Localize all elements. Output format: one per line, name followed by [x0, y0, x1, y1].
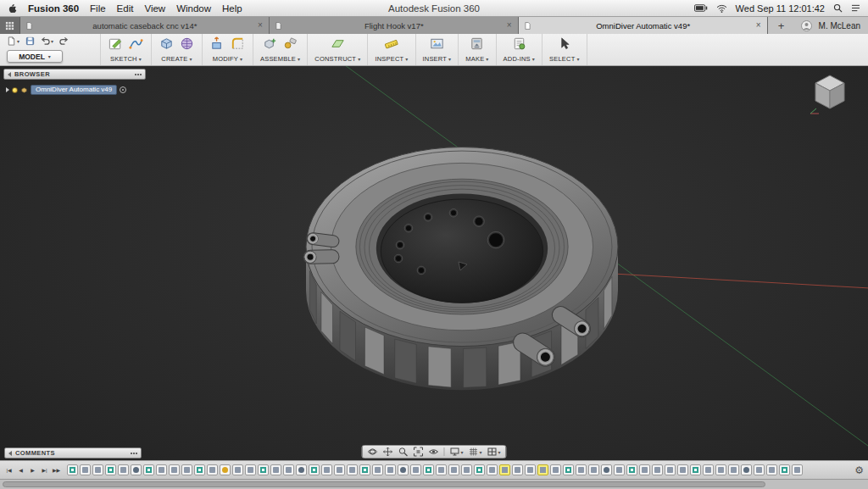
timeline-marker-feature[interactable] — [245, 464, 256, 475]
new-tab-button[interactable]: + — [776, 19, 787, 32]
timeline-marker-feature[interactable] — [588, 464, 599, 475]
browser-root-item[interactable]: OmniDiver Automatic v49 — [3, 82, 146, 97]
fit-icon[interactable] — [413, 447, 423, 457]
timeline-marker-sketch[interactable] — [474, 464, 485, 475]
scrollbar-thumb[interactable] — [3, 481, 765, 487]
timeline-marker-feature[interactable] — [461, 464, 472, 475]
measure-icon[interactable] — [383, 36, 399, 55]
timeline-marker-hole[interactable] — [601, 464, 612, 475]
close-tab-icon[interactable]: × — [258, 21, 263, 30]
timeline-marker-feature[interactable] — [156, 464, 167, 475]
visibility-bulb-icon[interactable] — [12, 87, 18, 93]
timeline-marker-feature[interactable] — [347, 464, 358, 475]
timeline-marker-feature[interactable] — [487, 464, 498, 475]
spline-icon[interactable] — [128, 36, 144, 55]
document-tab-1[interactable]: automatic caseback cnc v14* × — [20, 17, 270, 34]
pan-icon[interactable] — [382, 447, 392, 457]
timeline-marker-feature[interactable] — [665, 464, 676, 475]
timeline-marker-sketch[interactable] — [423, 464, 434, 475]
timeline-marker-feature[interactable] — [92, 464, 103, 475]
timeline-marker-sketch[interactable] — [690, 464, 701, 475]
timeline-go-to-end-button[interactable]: ▶▶ — [52, 464, 61, 475]
timeline-marker-feature[interactable] — [754, 464, 765, 475]
menubar-clock[interactable]: Wed Sep 11 12:01:42 — [736, 3, 825, 14]
timeline-marker-feature[interactable] — [385, 464, 396, 475]
new-component-icon[interactable] — [262, 36, 278, 55]
timeline-step-back-button[interactable]: ◀ — [16, 464, 25, 475]
timeline-marker-feature[interactable] — [321, 464, 332, 475]
timeline-marker-hole[interactable] — [741, 464, 752, 475]
make-3d-print-icon[interactable] — [469, 36, 485, 55]
zoom-icon[interactable] — [398, 447, 408, 457]
apple-menu-icon[interactable] — [8, 3, 17, 14]
gear-icon[interactable]: ⚙ — [854, 465, 864, 475]
timeline-marker-feature[interactable] — [169, 464, 180, 475]
user-avatar[interactable] — [801, 20, 812, 31]
collapse-panel-icon[interactable] — [8, 451, 12, 456]
timeline-marker-feature[interactable] — [512, 464, 523, 475]
menu-item-view[interactable]: View — [144, 3, 165, 14]
menu-item-app-name[interactable]: Fusion 360 — [28, 3, 79, 14]
timeline-marker-sketch[interactable] — [194, 464, 205, 475]
timeline-marker-feature-highlighted[interactable] — [537, 464, 548, 475]
press-pull-icon[interactable] — [209, 36, 225, 55]
ground-icon[interactable] — [120, 86, 126, 93]
timeline-marker-feature[interactable] — [614, 464, 625, 475]
comments-header[interactable]: COMMENTS — [4, 447, 142, 458]
timeline-go-to-start-button[interactable]: |◀ — [4, 464, 14, 475]
timeline-marker-feature[interactable] — [436, 464, 447, 475]
timeline-marker-sketch[interactable] — [626, 464, 637, 475]
construction-plane-icon[interactable] — [330, 36, 346, 55]
user-name[interactable]: M. McLean — [819, 21, 860, 31]
orbit-icon[interactable] — [367, 447, 377, 457]
timeline-marker-feature[interactable] — [792, 464, 803, 475]
timeline-marker-sketch[interactable] — [359, 464, 370, 475]
view-cube[interactable] — [805, 68, 854, 117]
look-at-icon[interactable] — [428, 447, 438, 457]
timeline-marker-feature[interactable] — [576, 464, 587, 475]
timeline-marker-feature[interactable] — [181, 464, 192, 475]
viewports-icon[interactable]: ▾ — [487, 447, 501, 457]
insert-image-icon[interactable] — [429, 36, 445, 55]
timeline-marker-feature[interactable] — [766, 464, 777, 475]
document-tab-3-active[interactable]: OmniDiver Automatic v49* × — [519, 17, 768, 34]
create-sketch-icon[interactable] — [108, 36, 124, 55]
joint-icon[interactable] — [282, 36, 298, 55]
timeline-marker-sketch[interactable] — [309, 464, 320, 475]
redo-icon[interactable] — [59, 36, 69, 46]
timeline-marker-feature[interactable] — [703, 464, 714, 475]
undo-icon[interactable]: ▾ — [41, 36, 53, 46]
data-panel-grid-icon[interactable] — [0, 17, 20, 34]
grid-display-icon[interactable]: ▾ — [468, 447, 481, 457]
timeline-marker-feature[interactable] — [728, 464, 739, 475]
timeline-marker-sketch[interactable] — [105, 464, 116, 475]
collapse-panel-icon[interactable] — [8, 72, 11, 77]
timeline-marker-feature[interactable] — [232, 464, 243, 475]
menu-item-edit[interactable]: Edit — [117, 3, 134, 14]
close-tab-icon[interactable]: × — [507, 21, 512, 30]
timeline-marker-feature[interactable] — [410, 464, 421, 475]
timeline-step-forward-button[interactable]: ▶| — [40, 464, 49, 475]
battery-icon[interactable] — [694, 4, 708, 12]
timeline-marker-feature[interactable] — [677, 464, 688, 475]
timeline-marker-feature[interactable] — [80, 464, 91, 475]
timeline-marker-sketch[interactable] — [67, 464, 78, 475]
close-tab-icon[interactable]: × — [756, 21, 761, 30]
spotlight-icon[interactable] — [833, 3, 843, 13]
menu-item-help[interactable]: Help — [222, 3, 242, 14]
timeline-marker-feature[interactable] — [270, 464, 281, 475]
timeline-marker-hole[interactable] — [296, 464, 307, 475]
display-settings-icon[interactable]: ▾ — [449, 447, 463, 457]
wifi-icon[interactable] — [716, 4, 727, 13]
fillet-icon[interactable] — [230, 36, 246, 55]
timeline-marker-hole[interactable] — [131, 464, 142, 475]
timeline-marker-feature[interactable] — [448, 464, 459, 475]
timeline-marker-hole[interactable] — [398, 464, 409, 475]
timeline-marker-feature[interactable] — [550, 464, 561, 475]
timeline-marker-feature[interactable] — [372, 464, 383, 475]
viewport-canvas[interactable]: BROWSER OmniDiver Automatic v49 — [0, 66, 868, 460]
notification-center-icon[interactable] — [851, 4, 860, 12]
document-tab-2[interactable]: Flight Hook v17* × — [270, 17, 519, 34]
expand-arrow-icon[interactable] — [6, 87, 9, 92]
timeline-marker-feature[interactable] — [715, 464, 726, 475]
